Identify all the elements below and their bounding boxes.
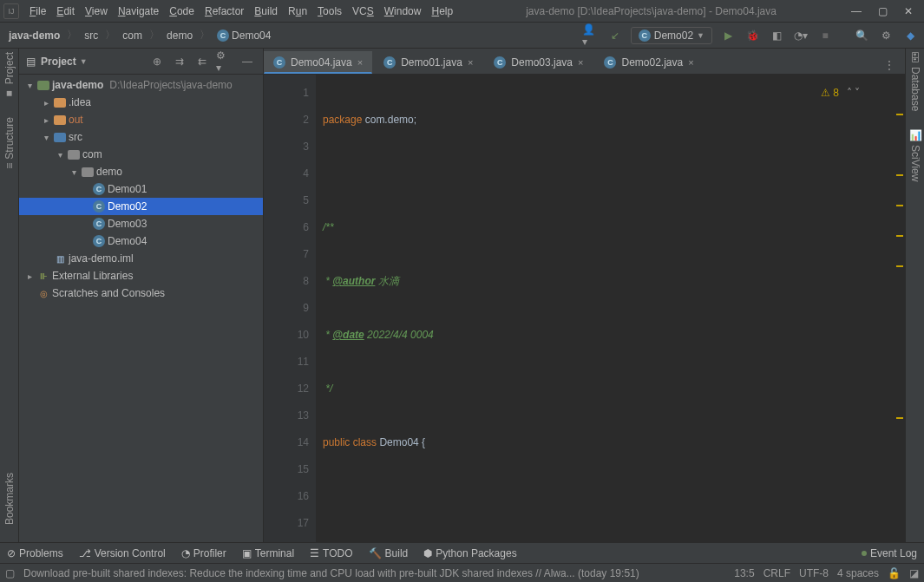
tab-demo04[interactable]: CDemo04.java× — [264, 51, 372, 74]
locate-icon[interactable]: ⊕ — [148, 53, 166, 70]
close-button[interactable]: ✕ — [896, 3, 921, 20]
tree-scratches[interactable]: ◎Scratches and Consoles — [19, 284, 263, 302]
database-tool-button[interactable]: 🗄Database — [909, 52, 921, 111]
panel-settings-icon[interactable]: ⚙ ▾ — [216, 53, 233, 70]
breadcrumb-src[interactable]: src — [81, 28, 102, 43]
ide-features-button[interactable]: ◆ — [901, 27, 919, 44]
tree-root[interactable]: ▾java-demoD:\IdeaProjects\java-demo — [19, 76, 263, 94]
panel-title[interactable]: Project ▼ — [41, 56, 143, 68]
menu-view[interactable]: View — [80, 3, 113, 19]
file-encoding[interactable]: UTF-8 — [799, 567, 829, 579]
package-icon — [68, 150, 80, 160]
close-tab-icon[interactable]: × — [468, 57, 473, 68]
code-content[interactable]: package com.demo; /** * @author 水滴 * @da… — [316, 75, 895, 542]
iml-file-icon: ▥ — [54, 252, 66, 265]
indent-setting[interactable]: 4 spaces — [837, 567, 879, 579]
collapse-all-icon[interactable]: ⇇ — [193, 53, 211, 70]
menu-code[interactable]: Code — [164, 3, 200, 19]
project-panel-header: ▤ Project ▼ ⊕ ⇉ ⇇ ⚙ ▾ — — [19, 49, 263, 75]
class-icon: C — [639, 29, 651, 42]
menu-vcs[interactable]: VCS — [347, 3, 379, 19]
version-control-tool-button[interactable]: ⎇Version Control — [79, 547, 166, 559]
todo-tool-button[interactable]: ☰TODO — [310, 547, 352, 559]
problems-tool-button[interactable]: ⊘Problems — [7, 547, 63, 559]
tree-com[interactable]: ▾com — [19, 146, 263, 163]
tree-class-demo03[interactable]: CDemo03 — [19, 215, 263, 232]
chevron-down-icon[interactable]: ˅ — [855, 80, 860, 107]
close-tab-icon[interactable]: × — [578, 57, 583, 68]
status-toggle-icon[interactable]: ▢ — [5, 567, 15, 579]
menu-file[interactable]: File — [24, 3, 51, 19]
class-icon: C — [604, 56, 616, 69]
line-separator[interactable]: CRLF — [763, 567, 790, 579]
status-message[interactable]: Download pre-built shared indexes: Reduc… — [23, 567, 725, 579]
user-icon[interactable]: 👤▾ — [582, 27, 600, 44]
breadcrumb-project[interactable]: java-demo — [5, 28, 63, 43]
menu-navigate[interactable]: Navigate — [113, 3, 164, 19]
tree-class-demo01[interactable]: CDemo01 — [19, 180, 263, 198]
class-icon: C — [93, 200, 105, 213]
menu-refactor[interactable]: Refactor — [200, 3, 249, 19]
settings-button[interactable]: ⚙ — [877, 27, 895, 44]
terminal-tool-button[interactable]: ▣Terminal — [242, 547, 294, 559]
notification-dot-icon — [862, 551, 867, 556]
project-tree[interactable]: ▾java-demoD:\IdeaProjects\java-demo ▸.id… — [19, 75, 263, 542]
caret-position[interactable]: 13:5 — [734, 567, 754, 579]
app-logo: IJ — [3, 3, 19, 19]
expand-all-icon[interactable]: ⇉ — [171, 53, 188, 70]
minimize-button[interactable]: — — [844, 3, 868, 20]
search-everywhere-button[interactable]: 🔍 — [853, 27, 870, 44]
stop-button[interactable]: ■ — [816, 27, 834, 44]
menu-help[interactable]: Help — [426, 3, 458, 19]
tree-out[interactable]: ▸out — [19, 111, 263, 128]
close-tab-icon[interactable]: × — [688, 57, 693, 68]
tab-demo01[interactable]: CDemo01.java× — [374, 51, 482, 74]
tab-menu-icon[interactable]: ⋮ — [881, 56, 898, 74]
tree-class-demo02[interactable]: CDemo02 — [19, 198, 263, 215]
run-configuration-selector[interactable]: C Demo02 ▼ — [631, 27, 712, 44]
run-button[interactable]: ▶ — [719, 27, 737, 44]
line-number-gutter[interactable]: 123456789101112131415161718 — [264, 75, 316, 542]
tree-iml[interactable]: ▥java-demo.iml — [19, 250, 263, 267]
menu-edit[interactable]: Edit — [51, 3, 80, 19]
menu-window[interactable]: Window — [379, 3, 427, 19]
hide-panel-icon[interactable]: — — [239, 53, 256, 70]
run-config-name: Demo02 — [654, 29, 693, 42]
tree-class-demo04[interactable]: CDemo04 — [19, 232, 263, 250]
tree-demo[interactable]: ▾demo — [19, 163, 263, 180]
navigation-bar: java-demo 〉 src 〉 com 〉 demo 〉 CDemo04 👤… — [0, 23, 924, 49]
breadcrumb-class[interactable]: CDemo04 — [213, 28, 274, 43]
tab-demo03[interactable]: CDemo03.java× — [484, 51, 593, 74]
inspection-badge[interactable]: ⚠8 ˄ ˅ — [821, 80, 860, 107]
bookmarks-tool-button[interactable]: Bookmarks — [3, 473, 16, 525]
tree-idea[interactable]: ▸.idea — [19, 94, 263, 111]
build-tool-button[interactable]: 🔨Build — [369, 547, 409, 559]
project-tool-button[interactable]: ■Project — [3, 52, 16, 100]
editor-tabs: CDemo04.java× CDemo01.java× CDemo03.java… — [264, 49, 905, 75]
memory-indicator-icon[interactable]: ◪ — [909, 567, 919, 579]
coverage-button[interactable]: ◧ — [768, 27, 785, 44]
profile-button[interactable]: ◔▾ — [792, 27, 809, 44]
breadcrumb-demo[interactable]: demo — [163, 28, 196, 43]
build-hammer-icon[interactable]: ↙ — [606, 27, 624, 44]
editor-body[interactable]: 123456789101112131415161718 package com.… — [264, 75, 905, 542]
chevron-up-icon[interactable]: ˄ — [847, 80, 852, 107]
tree-external-libraries[interactable]: ▸⊪External Libraries — [19, 267, 263, 284]
tab-demo02[interactable]: CDemo02.java× — [594, 51, 703, 74]
error-stripe[interactable] — [895, 75, 905, 542]
status-bar: ▢ Download pre-built shared indexes: Red… — [0, 563, 924, 582]
profiler-tool-button[interactable]: ◔Profiler — [181, 547, 226, 559]
python-packages-tool-button[interactable]: ⬢Python Packages — [423, 547, 516, 559]
breadcrumb-com[interactable]: com — [119, 28, 146, 43]
event-log-button[interactable]: Event Log — [862, 547, 917, 559]
structure-tool-button[interactable]: ≡Structure — [3, 117, 16, 169]
tree-src[interactable]: ▾src — [19, 128, 263, 146]
menu-run[interactable]: Run — [283, 3, 312, 19]
close-tab-icon[interactable]: × — [357, 57, 363, 68]
sciview-tool-button[interactable]: 📊SciView — [909, 128, 921, 181]
menu-build[interactable]: Build — [249, 3, 283, 19]
menu-tools[interactable]: Tools — [312, 3, 347, 19]
debug-button[interactable]: 🐞 — [744, 27, 761, 44]
maximize-button[interactable]: ▢ — [870, 3, 895, 20]
readonly-lock-icon[interactable]: 🔓 — [888, 567, 901, 579]
